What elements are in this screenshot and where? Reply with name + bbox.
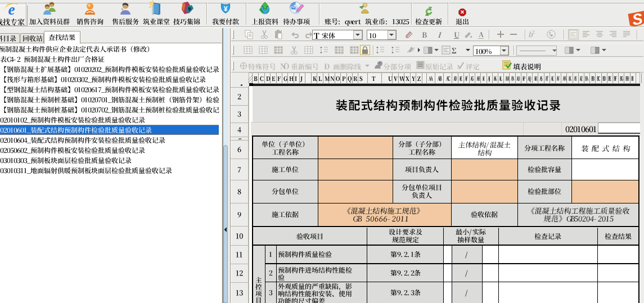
svg-text:¥: ¥ [224,5,228,13]
svg-text:DVD: DVD [290,6,296,9]
